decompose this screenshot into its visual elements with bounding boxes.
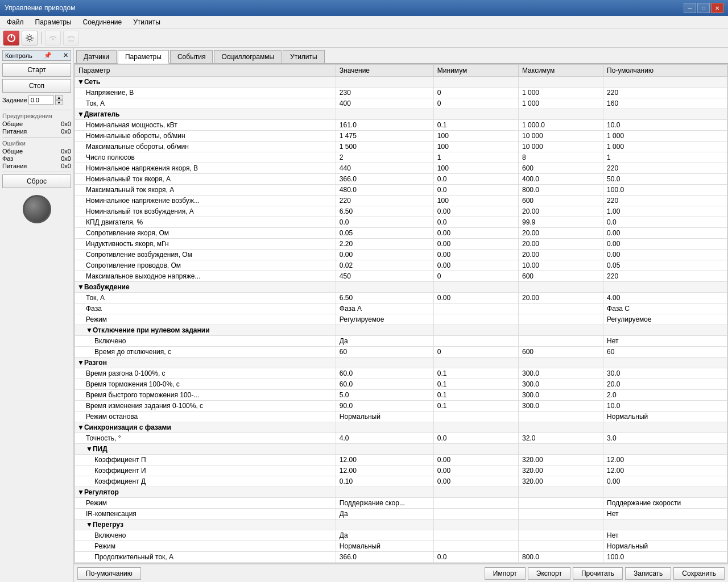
param-value[interactable]: 400 bbox=[336, 98, 433, 109]
tab-sensors[interactable]: Датчики bbox=[76, 50, 117, 63]
close-button[interactable]: ✕ bbox=[711, 3, 723, 13]
param-value[interactable]: 60.0 bbox=[336, 379, 433, 390]
default-button[interactable]: По-умолчанию bbox=[77, 567, 141, 580]
export-button[interactable]: Экспорт bbox=[528, 567, 570, 580]
param-value[interactable]: 220 bbox=[336, 196, 433, 206]
table-row[interactable]: Фаза Фаза А Фаза С bbox=[75, 304, 727, 314]
stop-button[interactable]: Стоп bbox=[2, 79, 71, 93]
table-row[interactable]: Максимальный ток якоря, А 480.0 0.0 800.… bbox=[75, 185, 727, 196]
table-row[interactable]: Ток, А 6.50 0.00 20.00 4.00 bbox=[75, 293, 727, 304]
menu-file[interactable]: Файл bbox=[2, 17, 28, 27]
table-row[interactable]: Номинальное напряжения якоря, В 440 100 … bbox=[75, 163, 727, 174]
save-button[interactable]: Сохранить bbox=[673, 567, 725, 580]
table-row[interactable]: Режим Нормальный Нормальный bbox=[75, 541, 727, 552]
param-value[interactable]: 2.20 bbox=[336, 239, 433, 250]
table-row[interactable]: Номинальная мощность, кВт 161.0 0.1 1 00… bbox=[75, 120, 727, 131]
param-value[interactable]: 6.50 bbox=[336, 206, 433, 217]
maximize-button[interactable]: □ bbox=[697, 3, 710, 13]
param-value[interactable]: Да bbox=[336, 509, 433, 519]
panel-close-icon[interactable]: ✕ bbox=[63, 52, 68, 59]
table-row[interactable]: Включено Да Нет bbox=[75, 336, 727, 347]
param-value[interactable]: 161.0 bbox=[336, 120, 433, 131]
table-row[interactable]: Время быстрого торможения 100-... 5.0 0.… bbox=[75, 390, 727, 401]
menu-connection[interactable]: Соединение bbox=[78, 17, 126, 27]
table-row[interactable]: Режим останова Нормальный Нормальный bbox=[75, 411, 727, 422]
table-row[interactable]: Сопротивление якоря, Ом 0.05 0.00 20.00 … bbox=[75, 228, 727, 239]
param-value[interactable]: Фаза А bbox=[336, 304, 433, 314]
table-row[interactable]: Точность, ° 4.0 0.0 32.0 3.0 bbox=[75, 433, 727, 444]
table-row[interactable]: Номинальное напряжение возбуж... 220 100… bbox=[75, 196, 727, 206]
param-value[interactable]: 366.0 bbox=[336, 552, 433, 563]
read-button[interactable]: Прочитать bbox=[573, 567, 623, 580]
start-button[interactable]: Старт bbox=[2, 63, 71, 77]
write-button[interactable]: Записать bbox=[625, 567, 671, 580]
reset-button[interactable]: Сброс bbox=[2, 174, 71, 188]
power-button[interactable] bbox=[3, 31, 19, 45]
spin-up[interactable]: ▲ bbox=[55, 95, 63, 100]
param-value[interactable]: 1 500 bbox=[336, 142, 433, 152]
param-value[interactable]: 12.00 bbox=[336, 465, 433, 476]
table-row[interactable]: Время торможения 100-0%, с 60.0 0.1 300.… bbox=[75, 379, 727, 390]
param-value[interactable]: 440 bbox=[336, 163, 433, 174]
param-value[interactable]: 2 bbox=[336, 152, 433, 163]
table-row[interactable]: Время разгона 0-100%, с 60.0 0.1 300.0 3… bbox=[75, 368, 727, 379]
param-value[interactable]: Регулируемое bbox=[336, 314, 433, 325]
menu-utilities[interactable]: Утилиты bbox=[129, 17, 165, 27]
menu-params[interactable]: Параметры bbox=[31, 17, 76, 27]
param-value[interactable]: 0.02 bbox=[336, 260, 433, 271]
table-row[interactable]: КПД двигателя, % 0.0 0.0 99.9 0.0 bbox=[75, 217, 727, 228]
table-row[interactable]: Сопротивление возбуждения, Ом 0.00 0.00 … bbox=[75, 250, 727, 260]
tab-events[interactable]: События bbox=[170, 50, 213, 63]
table-row[interactable]: Время до отключения, с 60 0 600 60 bbox=[75, 347, 727, 357]
param-value[interactable]: 0.00 bbox=[336, 250, 433, 260]
table-row[interactable]: Индуктивность якоря, мГн 2.20 0.00 20.00… bbox=[75, 239, 727, 250]
param-value[interactable]: 6.50 bbox=[336, 293, 433, 304]
param-value[interactable]: Нормальный bbox=[336, 411, 433, 422]
table-row[interactable]: Максимальные обороты, об/мин 1 500 100 1… bbox=[75, 142, 727, 152]
table-row[interactable]: Сопротивление проводов, Ом 0.02 0.00 10.… bbox=[75, 260, 727, 271]
table-row[interactable]: Режим Регулируемое Регулируемое bbox=[75, 314, 727, 325]
param-value[interactable]: Да bbox=[336, 336, 433, 347]
disconnect-button[interactable] bbox=[63, 31, 79, 45]
param-value[interactable]: 1 475 bbox=[336, 131, 433, 142]
table-row[interactable]: Ток, А 400 0 1 000 160 bbox=[75, 98, 727, 109]
table-row[interactable]: Коэффициент Д 0.10 0.00 320.00 0.00 bbox=[75, 476, 727, 487]
table-row[interactable]: Время изменения задания 0-100%, с 90.0 0… bbox=[75, 401, 727, 411]
param-value[interactable]: 450 bbox=[336, 271, 433, 282]
minimize-button[interactable]: ─ bbox=[684, 3, 696, 13]
param-value[interactable]: 0.05 bbox=[336, 228, 433, 239]
table-row[interactable]: Продолжительный ток, А 366.0 0.0 800.0 1… bbox=[75, 552, 727, 563]
table-row[interactable]: Включено Да Нет bbox=[75, 530, 727, 541]
table-row[interactable]: Номинальный ток якоря, А 366.0 0.0 400.0… bbox=[75, 174, 727, 185]
param-value[interactable]: 0.10 bbox=[336, 476, 433, 487]
param-value[interactable]: 5.0 bbox=[336, 390, 433, 401]
param-value[interactable]: 60.0 bbox=[336, 368, 433, 379]
param-value[interactable]: 4.0 bbox=[336, 433, 433, 444]
tab-parameters[interactable]: Параметры bbox=[118, 50, 169, 64]
table-row[interactable]: Режим Поддержание скор... Поддержание ск… bbox=[75, 498, 727, 509]
table-row[interactable]: Коэффициент П 12.00 0.00 320.00 12.00 bbox=[75, 455, 727, 465]
param-value[interactable]: Да bbox=[336, 530, 433, 541]
param-value[interactable]: Нормальный bbox=[336, 541, 433, 552]
panel-pin-icon[interactable]: 📌 bbox=[44, 52, 52, 59]
table-row[interactable]: Номинальные обороты, об/мин 1 475 100 10… bbox=[75, 131, 727, 142]
import-button[interactable]: Импорт bbox=[485, 567, 526, 580]
tab-utilities[interactable]: Утилиты bbox=[283, 50, 325, 63]
table-row[interactable]: Максимальное выходное напряже... 450 0 6… bbox=[75, 271, 727, 282]
zadanie-input[interactable] bbox=[28, 95, 54, 105]
param-value[interactable]: 366.0 bbox=[336, 174, 433, 185]
param-value[interactable]: 0.0 bbox=[336, 217, 433, 228]
param-value[interactable]: 60 bbox=[336, 347, 433, 357]
table-row[interactable]: IR-компенсация Да Нет bbox=[75, 509, 727, 519]
table-row[interactable]: Коэффициент И 12.00 0.00 320.00 12.00 bbox=[75, 465, 727, 476]
param-value[interactable]: 12.00 bbox=[336, 455, 433, 465]
control-knob[interactable] bbox=[23, 195, 51, 223]
table-row[interactable]: Напряжение, В 230 0 1 000 220 bbox=[75, 88, 727, 98]
settings-button[interactable] bbox=[22, 31, 38, 45]
spin-down[interactable]: ▼ bbox=[55, 100, 63, 105]
table-row[interactable]: Число полюсов 2 1 8 1 bbox=[75, 152, 727, 163]
table-row[interactable]: Номинальный ток возбуждения, А 6.50 0.00… bbox=[75, 206, 727, 217]
connect-button[interactable] bbox=[45, 31, 61, 45]
param-value[interactable]: Поддержание скор... bbox=[336, 498, 433, 509]
tab-oscillograms[interactable]: Осциллограммы bbox=[214, 50, 282, 63]
